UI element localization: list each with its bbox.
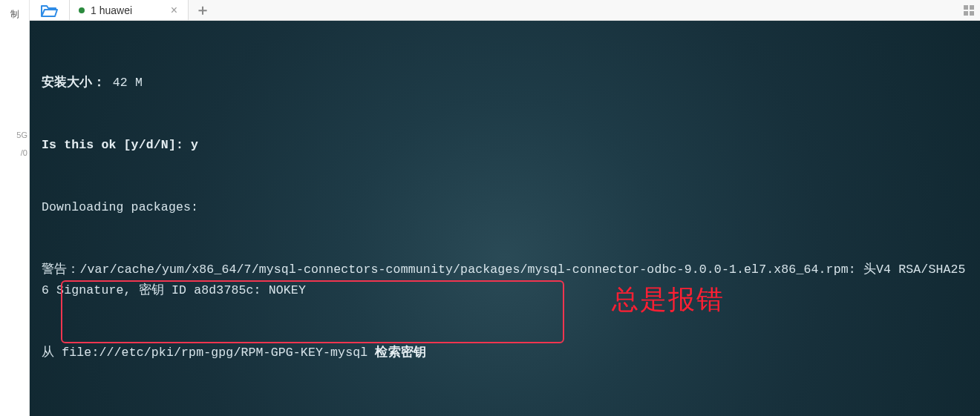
- left-stat-1: 5G: [0, 56, 29, 141]
- term-line: 警告：/var/cache/yum/x86_64/7/mysql-connect…: [42, 260, 968, 301]
- term-line: Is this ok [y/d/N]: y: [42, 135, 968, 156]
- left-sidebar: 制 5G /0: [0, 0, 30, 416]
- app-root: 制 5G /0 1 huawei × ＋: [0, 0, 980, 416]
- folder-tab[interactable]: [30, 0, 70, 20]
- session-tab[interactable]: 1 huawei ×: [70, 0, 189, 20]
- folder-open-icon: [41, 3, 59, 18]
- term-line: [42, 405, 968, 416]
- term-line: 从 file:///etc/pki/rpm-gpg/RPM-GPG-KEY-my…: [42, 343, 968, 363]
- annotation-text: 总是报错: [612, 289, 725, 310]
- grid-icon: [964, 5, 974, 16]
- tab-bar: 1 huawei × ＋: [30, 0, 980, 21]
- session-tab-title: 1 huawei: [91, 4, 163, 16]
- terminal-pane[interactable]: 安装大小： 42 M Is this ok [y/d/N]: y Downloa…: [30, 21, 980, 416]
- grid-menu-button[interactable]: [958, 0, 980, 20]
- left-stat-2: /0: [0, 141, 29, 159]
- left-top-label: 制: [0, 0, 29, 28]
- add-tab-button[interactable]: ＋: [189, 0, 217, 20]
- term-line: 安装大小： 42 M: [42, 73, 968, 93]
- close-icon[interactable]: ×: [169, 3, 179, 18]
- status-dot-icon: [79, 7, 85, 13]
- term-line: Downloading packages:: [42, 197, 968, 218]
- main-column: 1 huawei × ＋ 安装大小： 42 M Is this ok [y/d/…: [30, 0, 980, 416]
